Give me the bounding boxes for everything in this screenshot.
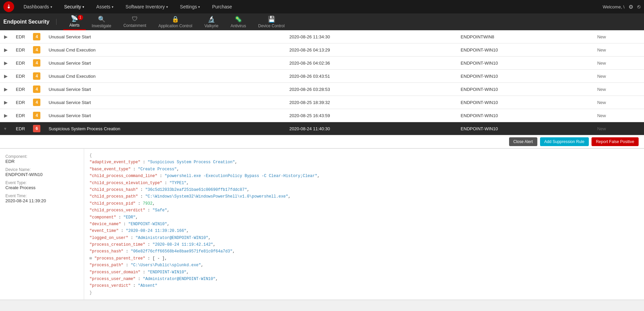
device-cell: ENDPOINT-WIN10	[457, 70, 593, 83]
nav-dashboards[interactable]: Dashboards ▾	[17, 0, 58, 13]
secondary-nav: Endpoint Security 📡 Alerts 1 🔍 Investiga…	[0, 13, 644, 30]
device-cell: ENDPOINTWIN8	[457, 30, 593, 43]
type-cell: EDR	[12, 57, 29, 70]
table-row[interactable]: ▶ EDR 4 Unusual Service Start 2020-08-26…	[0, 30, 644, 43]
status-cell: New	[593, 43, 644, 57]
detail-panel-row: Component: EDR Device Name: ENDPOINT-WIN…	[0, 149, 644, 300]
status-cell: New	[593, 109, 644, 122]
expand-btn[interactable]: ▶	[0, 30, 12, 43]
type-cell: EDR	[12, 109, 29, 122]
alerts-icon: 📡	[71, 15, 78, 22]
datetime-cell: 2020-08-26 11:34:30	[285, 30, 432, 43]
add-suppression-button[interactable]: Add Suppression Rule	[540, 137, 589, 146]
tab-antivirus[interactable]: 🦠 Antivirus	[224, 13, 252, 30]
component-value: EDR	[5, 159, 78, 164]
nav-settings[interactable]: Settings ▾	[174, 0, 206, 13]
expand-btn[interactable]: ▶	[0, 83, 12, 96]
alert-name-cell: Unusual Service Start	[44, 83, 285, 96]
tab-alerts[interactable]: 📡 Alerts 1	[63, 13, 86, 30]
nav-security[interactable]: Security ▾	[58, 0, 91, 13]
device-cell: ENDPOINT-WIN10	[457, 122, 593, 135]
device-control-icon: 💾	[268, 15, 275, 23]
main-content: ▶ EDR 4 Unusual Service Start 2020-08-26…	[0, 30, 644, 300]
severity-cell: 4	[29, 96, 44, 109]
table-row[interactable]: ▶ EDR 4 Unusual Service Start 2020-08-25…	[0, 109, 644, 122]
tab-containment[interactable]: 🛡 Containment	[117, 13, 152, 30]
tab-valkyrie-label: Valkyrie	[204, 24, 218, 28]
component-label: Component:	[5, 154, 78, 159]
device-cell: ENDPOINT-WIN10	[457, 83, 593, 96]
type-cell: EDR	[12, 96, 29, 109]
nav-purchase[interactable]: Purchase	[206, 0, 238, 13]
table-row[interactable]: ▶ EDR 4 Unusual Service Start 2020-08-26…	[0, 57, 644, 70]
table-row[interactable]: ▶ EDR 4 Unusual Cmd Execution 2020-08-26…	[0, 43, 644, 57]
detail-left-panel: Component: EDR Device Name: ENDPOINT-WIN…	[0, 149, 84, 300]
type-cell: EDR	[12, 70, 29, 83]
expand-btn[interactable]: ▶	[0, 57, 12, 70]
tab-alerts-label: Alerts	[69, 23, 80, 28]
device-name-label: Device Name:	[5, 167, 78, 172]
app-control-icon: 🔒	[172, 15, 179, 23]
alerts-table: ▶ EDR 4 Unusual Service Start 2020-08-26…	[0, 30, 644, 300]
json-detail-panel: { "adaptive_event_type" : "Suspicious Sy…	[84, 149, 644, 300]
severity-cell: 4	[29, 43, 44, 57]
exit-icon[interactable]: ⎋	[637, 4, 641, 10]
tab-valkyrie[interactable]: 🔬 Valkyrie	[198, 13, 224, 30]
top-nav: Dashboards ▾ Security ▾ Assets ▾ Softwar…	[0, 0, 644, 13]
device-cell: ENDPOINT-WIN10	[457, 96, 593, 109]
severity-cell: 4	[29, 83, 44, 96]
status-cell: New	[593, 30, 644, 43]
datetime-cell: 2020-08-25 18:39:32	[285, 96, 432, 109]
table-row[interactable]: ▶ EDR 4 Unusual Cmd Execution 2020-08-26…	[0, 70, 644, 83]
svg-point-1	[8, 6, 10, 8]
status-cell: New	[593, 83, 644, 96]
tab-application-control[interactable]: 🔒 Application Control	[152, 13, 199, 30]
tab-containment-label: Containment	[123, 23, 146, 28]
datetime-cell: 2020-08-24 11:40:30	[285, 122, 432, 135]
event-time-label: Event Time:	[5, 194, 78, 198]
app-logo[interactable]	[3, 1, 14, 12]
expand-btn[interactable]: ▶	[0, 70, 12, 83]
event-time-value: 2020-08-24 11:39:20	[5, 198, 78, 203]
tab-device-control[interactable]: 💾 Device Control	[252, 13, 291, 30]
alert-name-cell: Unusual Cmd Execution	[44, 43, 285, 57]
report-false-positive-button[interactable]: Report False Positive	[592, 137, 639, 146]
type-cell: EDR	[12, 30, 29, 43]
severity-cell: 4	[29, 57, 44, 70]
device-name-value: ENDPOINT-WIN10	[5, 172, 78, 177]
table-row[interactable]: ▶ EDR 4 Unusual Service Start 2020-08-26…	[0, 83, 644, 96]
expand-btn[interactable]: ▾	[0, 122, 12, 135]
alert-name-cell: Unusual Service Start	[44, 109, 285, 122]
table-row[interactable]: ▾ EDR 6 Suspicious System Process Creati…	[0, 122, 644, 135]
table-row[interactable]: ▶ EDR 4 Unusual Service Start 2020-08-25…	[0, 96, 644, 109]
severity-cell: 6	[29, 122, 44, 135]
event-type-value: Create Process	[5, 185, 78, 190]
datetime-cell: 2020-08-26 03:28:53	[285, 83, 432, 96]
datetime-cell: 2020-08-26 04:02:36	[285, 57, 432, 70]
nav-assets[interactable]: Assets ▾	[90, 0, 119, 13]
gear-icon[interactable]: ⚙	[629, 4, 633, 10]
antivirus-icon: 🦠	[235, 15, 242, 23]
status-cell: New	[593, 122, 644, 135]
expand-btn[interactable]: ▶	[0, 96, 12, 109]
sec-nav-items: 📡 Alerts 1 🔍 Investigate 🛡 Containment 🔒…	[63, 13, 291, 30]
type-cell: EDR	[12, 83, 29, 96]
alert-name-cell: Unusual Service Start	[44, 96, 285, 109]
tab-investigate[interactable]: 🔍 Investigate	[86, 13, 117, 30]
datetime-cell: 2020-08-26 04:13:29	[285, 43, 432, 57]
welcome-text: Welcome, \	[603, 4, 624, 9]
chevron-down-icon: ▾	[198, 5, 200, 9]
top-nav-right: Welcome, \ ⚙ ⎋	[603, 4, 641, 10]
valkyrie-icon: 🔬	[208, 15, 215, 23]
chevron-down-icon: ▾	[166, 5, 168, 9]
expand-btn[interactable]: ▶	[0, 43, 12, 57]
device-cell: ENDPOINT-WIN10	[457, 109, 593, 122]
status-cell: New	[593, 57, 644, 70]
expand-btn[interactable]: ▶	[0, 109, 12, 122]
containment-icon: 🛡	[132, 15, 138, 23]
investigate-icon: 🔍	[98, 15, 105, 23]
alert-name-cell: Suspicious System Process Creation	[44, 122, 285, 135]
page-title: Endpoint Security	[3, 19, 57, 25]
nav-software-inventory[interactable]: Software Inventory ▾	[119, 0, 174, 13]
close-alert-button[interactable]: Close Alert	[509, 137, 537, 146]
